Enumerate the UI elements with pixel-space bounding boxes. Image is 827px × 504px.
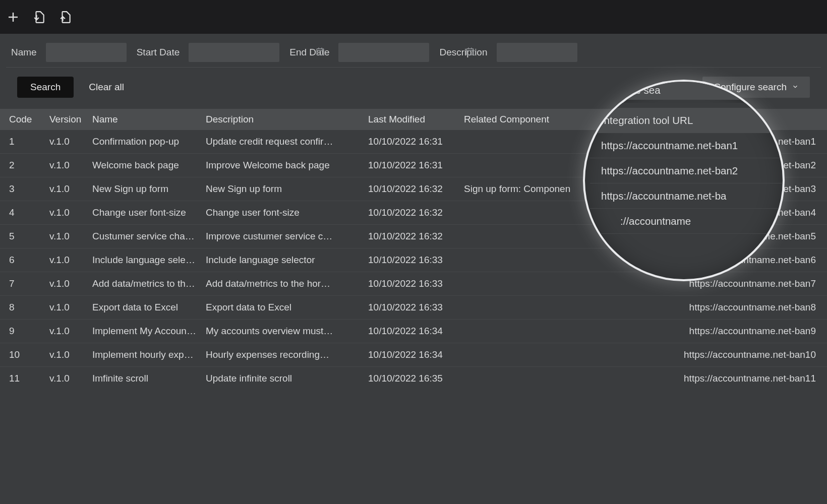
- cell-version: v.1.0: [40, 201, 83, 225]
- cell-url[interactable]: https://accountname.net-ban9: [616, 320, 827, 343]
- cell-version: v.1.0: [40, 130, 83, 154]
- cell-lastmodified: 10/10/2022 16:33: [359, 248, 455, 272]
- col-version-header[interactable]: Version: [40, 109, 83, 130]
- cell-related: [455, 272, 616, 296]
- configure-search-button[interactable]: Configure search: [702, 77, 810, 98]
- cell-code: 7: [0, 272, 40, 296]
- start-date-input[interactable]: [189, 43, 279, 62]
- cell-description: Add data/metrics to the hor…: [197, 272, 359, 296]
- cell-lastmodified: 10/10/2022 16:32: [359, 177, 455, 201]
- action-bar: Search Clear all Configure search: [6, 67, 821, 109]
- cell-related: [455, 343, 616, 367]
- import-icon[interactable]: [32, 10, 46, 24]
- cell-version: v.1.0: [40, 177, 83, 201]
- cell-url[interactable]: https://accountname.net-ban6: [616, 248, 827, 272]
- cell-url[interactable]: https://accountname.net-ban3: [616, 177, 827, 201]
- cell-version: v.1.0: [40, 320, 83, 343]
- col-related-header[interactable]: Related Component: [455, 109, 616, 130]
- cell-name: New Sign up form: [83, 177, 197, 201]
- svg-rect-6: [467, 48, 474, 54]
- cell-code: 2: [0, 154, 40, 177]
- cell-lastmodified: 10/10/2022 16:33: [359, 272, 455, 296]
- cell-url[interactable]: https://accountname.net-ban10: [616, 343, 827, 367]
- cell-lastmodified: 10/10/2022 16:34: [359, 343, 455, 367]
- cell-name: Implement hourly exp…: [83, 343, 197, 367]
- table-row[interactable]: 10v.1.0Implement hourly exp…Hourly expen…: [0, 343, 827, 367]
- col-lastmodified-header[interactable]: Last Modified: [359, 109, 455, 130]
- cell-version: v.1.0: [40, 296, 83, 320]
- search-button[interactable]: Search: [17, 77, 74, 98]
- cell-url[interactable]: https://accountname.net-ban5: [616, 225, 827, 248]
- configure-search-label: Configure search: [714, 82, 787, 93]
- cell-related: [455, 320, 616, 343]
- cell-description: Update credit request confir…: [197, 130, 359, 154]
- cell-url[interactable]: https://accountname.net-ban1: [616, 130, 827, 154]
- cell-version: v.1.0: [40, 154, 83, 177]
- cell-version: v.1.0: [40, 343, 83, 367]
- col-code-header[interactable]: Code: [0, 109, 40, 130]
- table-row[interactable]: 5v.1.0Custumer service chat …Improve cus…: [0, 225, 827, 248]
- name-label: Name: [11, 47, 37, 58]
- table-row[interactable]: 1v.1.0Confirmation pop-upUpdate credit r…: [0, 130, 827, 154]
- table-row[interactable]: 11v.1.0Imfinite scrollUpdate infinite sc…: [0, 367, 827, 391]
- cell-description: Improve Welcome back page: [197, 154, 359, 177]
- table-row[interactable]: 2v.1.0Welcome back pageImprove Welcome b…: [0, 154, 827, 177]
- cell-description: My accounts overview must…: [197, 320, 359, 343]
- table-header-row: Code Version Name Description Last Modif…: [0, 109, 827, 130]
- cell-lastmodified: 10/10/2022 16:32: [359, 201, 455, 225]
- add-icon[interactable]: [6, 10, 20, 24]
- clear-all-button[interactable]: Clear all: [89, 82, 124, 93]
- cell-url[interactable]: https://accountname.net-ban4: [616, 201, 827, 225]
- cell-name: Custumer service chat …: [83, 225, 197, 248]
- cell-related: [455, 367, 616, 391]
- col-description-header[interactable]: Description: [197, 109, 359, 130]
- start-date-label: Start Date: [137, 47, 180, 58]
- cell-related: Sign up form: Componen: [455, 177, 616, 201]
- cell-lastmodified: 10/10/2022 16:31: [359, 130, 455, 154]
- name-input[interactable]: [46, 43, 127, 62]
- cell-code: 10: [0, 343, 40, 367]
- table-row[interactable]: 9v.1.0Implement My Accoun…My accounts ov…: [0, 320, 827, 343]
- data-table: Code Version Name Description Last Modif…: [0, 109, 827, 390]
- cell-lastmodified: 10/10/2022 16:35: [359, 367, 455, 391]
- table-row[interactable]: 4v.1.0Change user font-sizeChange user f…: [0, 201, 827, 225]
- table-row[interactable]: 3v.1.0New Sign up formNew Sign up form10…: [0, 177, 827, 201]
- cell-lastmodified: 10/10/2022 16:32: [359, 225, 455, 248]
- top-toolbar: [0, 0, 827, 34]
- cell-name: Export data to Excel: [83, 296, 197, 320]
- cell-code: 6: [0, 248, 40, 272]
- table-row[interactable]: 8v.1.0Export data to ExcelExport data to…: [0, 296, 827, 320]
- calendar-icon: [465, 47, 475, 58]
- cell-related: [455, 225, 616, 248]
- cell-code: 9: [0, 320, 40, 343]
- cell-related: [455, 248, 616, 272]
- col-name-header[interactable]: Name: [83, 109, 197, 130]
- cell-lastmodified: 10/10/2022 16:33: [359, 296, 455, 320]
- cell-name: Confirmation pop-up: [83, 130, 197, 154]
- cell-code: 5: [0, 225, 40, 248]
- cell-url[interactable]: https://accountname.net-ban11: [616, 367, 827, 391]
- cell-description: Export data to Excel: [197, 296, 359, 320]
- end-date-input[interactable]: [338, 43, 429, 62]
- cell-url[interactable]: https://accountname.net-ban7: [616, 272, 827, 296]
- cell-description: Update infinite scroll: [197, 367, 359, 391]
- cell-code: 8: [0, 296, 40, 320]
- cell-url[interactable]: https://accountname.net-ban8: [616, 296, 827, 320]
- cell-url[interactable]: https://accountname.net-ban2: [616, 154, 827, 177]
- cell-version: v.1.0: [40, 225, 83, 248]
- table-row[interactable]: 6v.1.0Include language selec…Include lan…: [0, 248, 827, 272]
- cell-name: Include language selec…: [83, 248, 197, 272]
- cell-lastmodified: 10/10/2022 16:34: [359, 320, 455, 343]
- cell-code: 1: [0, 130, 40, 154]
- cell-related: [455, 296, 616, 320]
- table-row[interactable]: 7v.1.0Add data/metrics to th…Add data/me…: [0, 272, 827, 296]
- chevron-down-icon: [792, 82, 799, 93]
- export-icon[interactable]: [58, 10, 73, 24]
- description-input[interactable]: [497, 43, 577, 62]
- col-url-header[interactable]: Integration tool URL: [616, 109, 827, 130]
- cell-related: [455, 154, 616, 177]
- cell-name: Imfinite scroll: [83, 367, 197, 391]
- cell-description: Include language selector: [197, 248, 359, 272]
- cell-lastmodified: 10/10/2022 16:31: [359, 154, 455, 177]
- cell-version: v.1.0: [40, 248, 83, 272]
